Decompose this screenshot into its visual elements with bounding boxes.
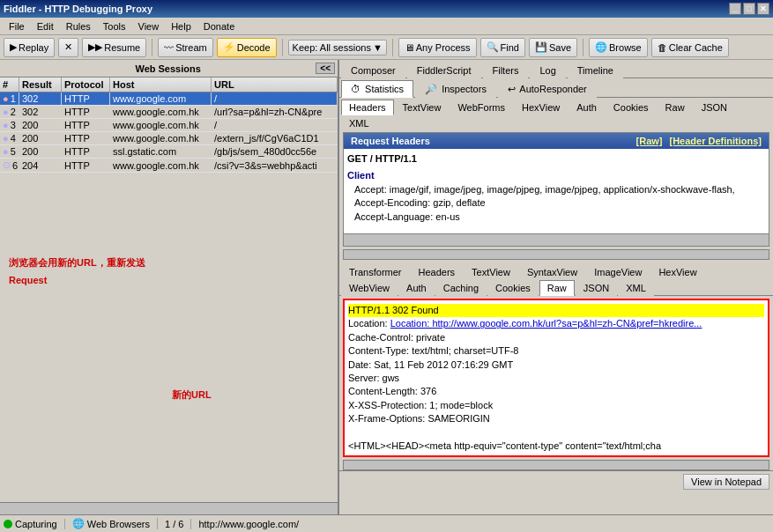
- response-content: HTTP/1.1 302 Found Location: Location: h…: [343, 299, 769, 457]
- row2-url: /url?sa=p&hl=zh-CN&pre: [212, 106, 338, 118]
- web-sessions-collapse[interactable]: <<: [316, 63, 335, 74]
- col-protocol-header[interactable]: Protocol: [62, 78, 110, 92]
- menu-view[interactable]: View: [133, 19, 165, 33]
- req-horiz-scroll[interactable]: [343, 249, 769, 260]
- stream-label: Stream: [175, 42, 206, 53]
- tab-statistics[interactable]: ⏱ Statistics: [341, 80, 413, 98]
- menu-rules[interactable]: Rules: [61, 19, 96, 33]
- req-field-language: Accept-Language: en-us: [354, 211, 765, 224]
- any-process-label: Any Process: [416, 42, 471, 53]
- tab-composer[interactable]: Composer: [341, 62, 405, 78]
- replay-button[interactable]: ▶ Replay: [4, 38, 55, 57]
- row3-protocol: HTTP: [62, 119, 110, 131]
- tab-hexview[interactable]: HexView: [514, 100, 568, 115]
- tab-webview[interactable]: WebView: [341, 280, 398, 296]
- table-row[interactable]: ⊙ 6 204 HTTP www.google.com.hk /csi?v=3&…: [0, 159, 338, 173]
- tab-resp-auth[interactable]: Auth: [398, 280, 435, 296]
- header-defs-link[interactable]: [Header Definitions]: [669, 136, 762, 146]
- resp-line-status: HTTP/1.1 302 Found: [348, 304, 764, 317]
- minimize-button[interactable]: _: [729, 3, 741, 15]
- col-host-header[interactable]: Host: [110, 78, 212, 92]
- row4-num: ● 4: [0, 132, 19, 144]
- tab-raw[interactable]: Raw: [658, 100, 693, 115]
- menu-file[interactable]: File: [4, 19, 30, 33]
- tab-json[interactable]: JSON: [694, 100, 735, 115]
- response-text: HTTP/1.1 302 Found Location: Location: h…: [345, 300, 768, 455]
- keep-sessions-dropdown[interactable]: Keep: All sessions ▼: [288, 40, 387, 55]
- row6-host: www.google.com.hk: [110, 159, 212, 172]
- replay-label: Replay: [19, 42, 48, 53]
- req-headers-scrollbar[interactable]: [344, 233, 769, 246]
- toolbar-sep1: [152, 39, 152, 56]
- close-button[interactable]: ✕: [757, 3, 769, 15]
- row5-protocol: HTTP: [62, 145, 110, 158]
- resume-icon: ▶▶: [88, 41, 102, 53]
- table-row[interactable]: ● 1 302 HTTP www.google.com /: [0, 92, 338, 106]
- clear-cache-button[interactable]: 🗑 Clear Cache: [651, 38, 729, 57]
- table-row[interactable]: ● 2 302 HTTP www.google.com.hk /url?sa=p…: [0, 106, 338, 119]
- maximize-button[interactable]: □: [743, 3, 755, 15]
- window-controls[interactable]: _ □ ✕: [729, 3, 769, 15]
- sessions-table: # Result Protocol Host URL: [0, 78, 338, 514]
- tab-inspectors[interactable]: 🔎 Inspectors: [415, 80, 496, 98]
- remove-button[interactable]: ✕: [58, 38, 78, 57]
- row1-url: /: [212, 92, 338, 105]
- tab-transformer[interactable]: Transformer: [341, 264, 410, 279]
- row5-result: 200: [19, 145, 62, 158]
- table-header: # Result Protocol Host URL: [0, 78, 338, 92]
- find-button[interactable]: 🔍 Find: [480, 38, 525, 57]
- tab-xml[interactable]: XML: [341, 115, 377, 130]
- menu-tools[interactable]: Tools: [98, 19, 131, 33]
- raw-link[interactable]: [Raw]: [636, 136, 663, 146]
- menu-edit[interactable]: Edit: [32, 19, 59, 33]
- menu-donate[interactable]: Donate: [198, 19, 240, 33]
- browser-icon: 🌐: [72, 518, 85, 529]
- decode-button[interactable]: ⚡ Decode: [217, 38, 277, 57]
- tab-resp-hexview[interactable]: HexView: [650, 264, 704, 279]
- col-num-header[interactable]: #: [0, 78, 19, 92]
- tab-imageview[interactable]: ImageView: [586, 264, 650, 279]
- tab-resp-headers[interactable]: Headers: [411, 264, 464, 279]
- tab-cookies[interactable]: Cookies: [606, 100, 657, 115]
- tab-headers[interactable]: Headers: [341, 100, 394, 115]
- tab-webforms[interactable]: WebForms: [450, 100, 513, 115]
- resume-button[interactable]: ▶▶ Resume: [82, 38, 146, 57]
- tab-fiddlerscript[interactable]: FiddlerScript: [407, 62, 481, 78]
- menu-help[interactable]: Help: [166, 19, 197, 33]
- table-row[interactable]: ● 4 200 HTTP www.google.com.hk /extern_j…: [0, 132, 338, 145]
- right-top-tab-row1: Composer FiddlerScript Filters Log Timel…: [339, 60, 773, 78]
- tab-resp-cookies[interactable]: Cookies: [487, 280, 539, 296]
- browse-button[interactable]: 🌐 Browse: [589, 38, 648, 57]
- keep-sessions-arrow: ▼: [373, 42, 383, 53]
- save-button[interactable]: 💾 Save: [529, 38, 577, 57]
- tab-timeline[interactable]: Timeline: [568, 62, 623, 78]
- tab-autoresponder[interactable]: ↩ AutoResponder: [498, 80, 597, 98]
- view-notepad-button[interactable]: View in Notepad: [683, 474, 769, 490]
- col-result-header[interactable]: Result: [19, 78, 62, 92]
- stream-icon: 〰: [164, 42, 174, 53]
- row2-protocol: HTTP: [62, 106, 110, 118]
- tab-log[interactable]: Log: [530, 62, 565, 78]
- tab-caching[interactable]: Caching: [435, 280, 487, 296]
- tab-filters[interactable]: Filters: [483, 62, 529, 78]
- tab-textview[interactable]: TextView: [395, 100, 450, 115]
- save-icon: 💾: [535, 41, 547, 53]
- page-info: 1 / 6: [165, 519, 183, 529]
- toolbar-sep4: [583, 39, 583, 56]
- sessions-horiz-scroll[interactable]: [0, 502, 338, 514]
- stream-button[interactable]: 〰 Stream: [158, 38, 212, 57]
- col-url-header[interactable]: URL: [212, 78, 338, 92]
- tab-resp-json[interactable]: JSON: [576, 280, 617, 296]
- tab-syntaxview[interactable]: SyntaxView: [519, 264, 585, 279]
- resp-horiz-scroll[interactable]: [343, 460, 769, 470]
- any-process-button[interactable]: 🖥 Any Process: [398, 38, 477, 57]
- row3-host: www.google.com.hk: [110, 119, 212, 131]
- tab-auth[interactable]: Auth: [569, 100, 605, 115]
- tab-resp-textview[interactable]: TextView: [464, 264, 518, 279]
- table-row[interactable]: ● 5 200 HTTP ssl.gstatic.com /gb/js/sem_…: [0, 145, 338, 159]
- tab-resp-xml[interactable]: XML: [618, 280, 654, 296]
- table-row[interactable]: ● 3 200 HTTP www.google.com.hk /: [0, 119, 338, 132]
- toolbar-sep3: [392, 39, 393, 56]
- tab-resp-raw[interactable]: Raw: [539, 280, 575, 296]
- row5-num: ● 5: [0, 145, 19, 158]
